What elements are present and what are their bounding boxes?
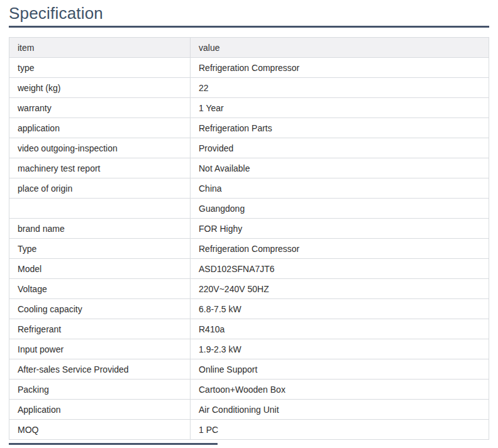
item-cell — [9, 199, 191, 219]
table-row: Guangdong — [9, 199, 489, 219]
specification-section: Specification item value typeRefrigerati… — [0, 0, 498, 448]
table-row: ModelASD102SFNA7JT6 — [9, 259, 489, 279]
value-column-header: value — [191, 38, 489, 58]
value-cell: ASD102SFNA7JT6 — [191, 259, 489, 279]
item-cell: Model — [9, 259, 191, 279]
value-cell: 1 PC — [191, 420, 489, 440]
item-cell: Voltage — [9, 279, 191, 299]
item-cell: place of origin — [9, 178, 191, 199]
page-title: Specification — [9, 3, 489, 23]
item-cell: warranty — [9, 98, 191, 118]
item-cell: MOQ — [9, 420, 191, 440]
table-row: ApplicationAir Conditioning Unit — [9, 400, 489, 420]
value-cell: 1 Year — [191, 98, 489, 118]
item-cell: Packing — [9, 380, 191, 400]
item-cell: weight (kg) — [9, 78, 191, 98]
spec-table: item value typeRefrigeration Compressorw… — [9, 37, 489, 440]
table-row: applicationRefrigeration Parts — [9, 118, 489, 138]
value-cell: China — [191, 178, 489, 199]
table-row: After-sales Service ProvidedOnline Suppo… — [9, 359, 489, 380]
value-cell: Online Support — [191, 359, 489, 380]
table-row: TypeRefrigeration Compressor — [9, 239, 489, 259]
value-cell: 220V~240V 50HZ — [191, 279, 489, 299]
item-cell: brand name — [9, 219, 191, 239]
item-cell: Type — [9, 239, 191, 259]
value-cell: Refrigeration Compressor — [191, 58, 489, 78]
item-cell: type — [9, 58, 191, 78]
next-section-divider — [9, 443, 218, 445]
table-row: Voltage220V~240V 50HZ — [9, 279, 489, 299]
value-cell: 1.9-2.3 kW — [191, 339, 489, 359]
item-cell: After-sales Service Provided — [9, 359, 191, 380]
table-row: typeRefrigeration Compressor — [9, 58, 489, 78]
item-cell: Application — [9, 400, 191, 420]
value-cell: 6.8-7.5 kW — [191, 299, 489, 319]
table-row: video outgoing-inspectionProvided — [9, 138, 489, 158]
value-cell: FOR Highy — [191, 219, 489, 239]
table-row: Cooling capacity6.8-7.5 kW — [9, 299, 489, 319]
value-cell: Air Conditioning Unit — [191, 400, 489, 420]
item-cell: application — [9, 118, 191, 138]
value-cell: Cartoon+Wooden Box — [191, 380, 489, 400]
item-column-header: item — [9, 38, 191, 58]
value-cell: Provided — [191, 138, 489, 158]
value-cell: Refrigeration Compressor — [191, 239, 489, 259]
item-cell: Input power — [9, 339, 191, 359]
table-row: PackingCartoon+Wooden Box — [9, 380, 489, 400]
table-row: warranty1 Year — [9, 98, 489, 118]
item-cell: Refrigerant — [9, 319, 191, 339]
value-cell: R410a — [191, 319, 489, 339]
value-cell: Not Available — [191, 158, 489, 178]
title-underline — [9, 26, 489, 28]
table-row: RefrigerantR410a — [9, 319, 489, 339]
spec-table-body: typeRefrigeration Compressorweight (kg)2… — [9, 58, 489, 440]
header-row: item value — [9, 38, 489, 58]
item-cell: Cooling capacity — [9, 299, 191, 319]
spec-table-header: item value — [9, 38, 489, 58]
table-row: brand nameFOR Highy — [9, 219, 489, 239]
table-row: machinery test reportNot Available — [9, 158, 489, 178]
value-cell: Refrigeration Parts — [191, 118, 489, 138]
table-row: MOQ1 PC — [9, 420, 489, 440]
table-row: weight (kg)22 — [9, 78, 489, 98]
value-cell: 22 — [191, 78, 489, 98]
table-row: Input power1.9-2.3 kW — [9, 339, 489, 359]
item-cell: video outgoing-inspection — [9, 138, 191, 158]
table-row: place of originChina — [9, 178, 489, 199]
value-cell: Guangdong — [191, 199, 489, 219]
item-cell: machinery test report — [9, 158, 191, 178]
